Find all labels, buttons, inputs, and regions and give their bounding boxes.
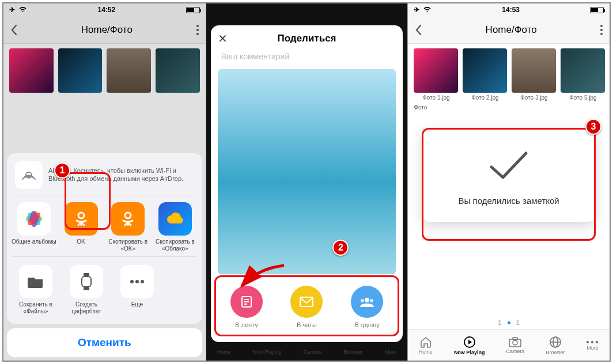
status-bar: ✈ 14:53 xyxy=(408,3,610,16)
svg-point-11 xyxy=(125,213,131,218)
svg-rect-13 xyxy=(84,273,89,276)
svg-point-31 xyxy=(513,340,517,345)
share-app-ok[interactable]: OK xyxy=(59,202,104,245)
partial-caption: Фото xyxy=(408,101,610,111)
watch-icon xyxy=(81,273,92,290)
share-apps-row: Общие альбомы OK Скопировать в «OK» Скоп… xyxy=(7,196,202,254)
tab-browser[interactable]: Browser xyxy=(546,336,565,355)
svg-point-24 xyxy=(361,299,364,302)
tab-now-playing[interactable]: Now Playing xyxy=(454,336,485,355)
svg-point-10 xyxy=(78,213,84,218)
svg-point-17 xyxy=(141,280,144,283)
thumbnail[interactable] xyxy=(561,48,605,93)
target-label: В группу xyxy=(354,321,379,328)
share-app-ok-copy[interactable]: Скопировать в «OK» xyxy=(105,202,150,252)
svg-rect-14 xyxy=(84,287,89,290)
share-to-group[interactable]: В группу xyxy=(351,286,383,328)
svg-rect-12 xyxy=(82,276,91,287)
back-button[interactable] xyxy=(415,24,422,36)
tab-more[interactable]: More xyxy=(586,340,599,351)
airdrop-row[interactable]: AirDrop. Коснитесь, чтобы включить Wi-Fi… xyxy=(7,159,202,196)
cancel-button[interactable]: Отменить xyxy=(7,328,202,357)
share-app-cloud[interactable]: Скопировать в «Облако» xyxy=(153,202,198,252)
action-label: Сохранить в «Файлы» xyxy=(13,301,59,314)
more-icon xyxy=(586,340,599,344)
more-icon xyxy=(130,280,144,283)
thumbnail-grid: Фото 1.jpg Фото 2.jpg Фото 3.jpg Фото 5.… xyxy=(408,44,610,101)
battery-icon xyxy=(590,7,604,13)
mail-icon xyxy=(300,297,313,307)
step-badge-1: 1 xyxy=(54,162,70,179)
feed-icon xyxy=(240,295,253,309)
panel-2-ok-share: ✕ Поделиться Ваш комментарий В ленту В ч… xyxy=(206,3,408,361)
share-to-chats[interactable]: В чаты xyxy=(290,286,323,328)
thumbnail[interactable] xyxy=(414,48,458,93)
page-title: Home/Фото xyxy=(486,24,537,36)
modal-title: Поделиться xyxy=(211,33,403,44)
action-save-files[interactable]: Сохранить в «Файлы» xyxy=(13,265,59,314)
share-app-photos[interactable]: Общие альбомы xyxy=(12,202,56,245)
app-label: Общие альбомы xyxy=(12,238,56,245)
camera-icon xyxy=(509,337,521,347)
svg-rect-22 xyxy=(300,297,313,306)
svg-point-27 xyxy=(600,29,603,31)
globe-icon xyxy=(549,336,562,348)
app-label: Скопировать в «OK» xyxy=(105,238,150,252)
close-button[interactable]: ✕ xyxy=(218,32,228,46)
app-label: OK xyxy=(77,238,85,245)
thumb-caption: Фото 1.jpg xyxy=(422,94,449,101)
svg-point-38 xyxy=(596,340,598,343)
thumb-caption: Фото 3.jpg xyxy=(520,94,547,101)
preview-image xyxy=(218,69,396,274)
pager-right: 1 xyxy=(516,319,520,326)
share-to-feed[interactable]: В ленту xyxy=(230,286,263,328)
share-actions-row: Сохранить в «Файлы» Создать циферблат Ещ… xyxy=(7,259,202,320)
modal-header: ✕ Поделиться xyxy=(211,25,403,52)
svg-point-26 xyxy=(600,25,603,27)
wifi-icon xyxy=(423,6,432,14)
clock: 14:53 xyxy=(502,6,520,14)
app-label: Скопировать в «Облако» xyxy=(153,238,198,252)
action-label: Создать циферблат xyxy=(63,301,109,314)
menu-button[interactable] xyxy=(600,25,603,35)
svg-point-15 xyxy=(130,280,134,283)
target-label: В чаты xyxy=(297,321,317,328)
svg-point-23 xyxy=(365,298,369,302)
svg-point-16 xyxy=(135,280,139,283)
comment-input[interactable]: Ваш комментарий xyxy=(211,52,403,66)
svg-point-28 xyxy=(600,33,603,35)
pager: 1 1 xyxy=(408,319,610,326)
panel-3-success: ✈ 14:53 Home/Фото Фото 1.jpg Фото 2.jpg … xyxy=(407,3,610,361)
thumb-caption: Фото 2.jpg xyxy=(471,94,498,101)
success-toast: Вы поделились заметкой xyxy=(423,129,595,222)
folder-icon xyxy=(28,275,44,288)
svg-point-36 xyxy=(586,340,589,343)
nav-bar: Home/Фото xyxy=(408,16,610,44)
tab-camera[interactable]: Camera xyxy=(506,337,524,354)
action-watchface[interactable]: Создать циферблат xyxy=(63,265,109,314)
group-icon xyxy=(359,297,375,307)
thumbnail[interactable] xyxy=(512,48,556,93)
play-icon xyxy=(463,336,476,348)
home-icon xyxy=(419,336,432,348)
svg-point-37 xyxy=(591,340,593,343)
svg-point-25 xyxy=(370,299,373,302)
pager-left: 1 xyxy=(498,319,502,326)
svg-rect-32 xyxy=(513,338,517,340)
thumbnail[interactable] xyxy=(463,48,507,93)
step-badge-3: 3 xyxy=(585,119,601,135)
tab-bar: Home Now Playing Camera Browser More xyxy=(408,329,610,361)
toast-message: Вы поделились заметкой xyxy=(459,196,559,206)
checkmark-icon xyxy=(486,149,532,183)
background-tabbar: HomeNow PlayingCameraBrowserMore xyxy=(206,343,408,361)
share-modal: ✕ Поделиться Ваш комментарий В ленту В ч… xyxy=(211,25,403,342)
pager-dot xyxy=(508,321,510,324)
arrow-annotation xyxy=(235,263,287,291)
airplane-icon: ✈ xyxy=(414,6,419,14)
action-label: Еще xyxy=(131,301,143,308)
action-more[interactable]: Еще xyxy=(114,265,160,314)
share-sheet: AirDrop. Коснитесь, чтобы включить Wi-Fi… xyxy=(7,153,202,357)
tab-home[interactable]: Home xyxy=(419,336,433,355)
panel-1-share-sheet: ✈ 14:52 Home/Фото xyxy=(3,3,206,361)
target-label: В ленту xyxy=(235,321,258,328)
